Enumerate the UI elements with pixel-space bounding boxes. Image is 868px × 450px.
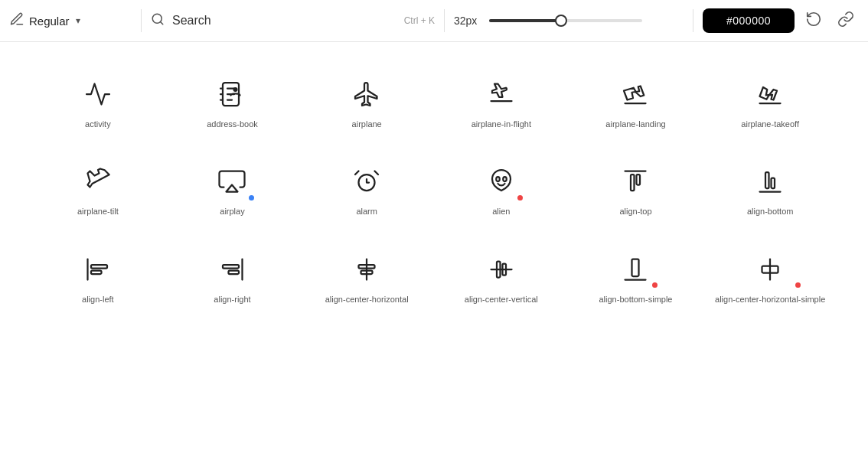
align-center-horizontal-simple-icon: [755, 254, 785, 285]
svg-rect-20: [91, 265, 107, 269]
icon-cell-alien[interactable]: alien: [434, 145, 569, 232]
align-bottom-icon: [755, 166, 785, 197]
icon-cell-airplane-tilt[interactable]: airplane-tilt: [31, 145, 165, 232]
undo-button[interactable]: [801, 8, 827, 34]
search-icon: [151, 12, 165, 29]
alien-dot: [517, 195, 523, 201]
align-center-horizontal-simple-dot: [795, 282, 801, 288]
divider: [141, 9, 142, 32]
icon-label-align-left: align-left: [82, 294, 114, 305]
svg-rect-24: [229, 270, 240, 274]
icon-cell-airplay[interactable]: airplay: [165, 145, 300, 232]
svg-line-1: [160, 21, 162, 24]
icon-cell-airplane[interactable]: airplane: [299, 57, 434, 145]
alarm-icon: [351, 166, 382, 197]
svg-rect-21: [91, 270, 102, 274]
slider-fill: [489, 19, 561, 22]
toolbar: Regular ▾ Search Ctrl + K 32px #000000: [0, 0, 868, 42]
align-left-icon: [83, 254, 113, 285]
icon-cell-airplane-landing[interactable]: airplane-landing: [569, 57, 703, 145]
divider3: [693, 9, 693, 32]
icon-cell-align-bottom[interactable]: align-bottom: [703, 145, 837, 232]
svg-point-6: [233, 87, 238, 92]
size-value: 32px: [454, 15, 481, 27]
align-right-icon: [217, 254, 247, 285]
icon-label-alarm: alarm: [356, 206, 377, 217]
icon-label-align-center-horizontal-simple: align-center-horizontal-simple: [715, 294, 825, 305]
chevron-down-icon: ▾: [76, 15, 80, 26]
airplane-landing-icon: [620, 79, 651, 109]
icon-cell-align-top[interactable]: align-top: [569, 145, 703, 232]
airplay-dot: [249, 195, 254, 201]
icon-label-activity: activity: [85, 119, 111, 129]
icon-label-align-top: align-top: [619, 206, 651, 217]
icon-label-airplane: airplane: [352, 119, 382, 129]
icon-cell-alarm[interactable]: alarm: [299, 145, 434, 232]
icon-cell-airplane-takeoff[interactable]: airplane-takeoff: [703, 57, 837, 145]
activity-icon: [83, 79, 113, 109]
airplane-tilt-icon: [83, 166, 113, 197]
svg-point-11: [496, 177, 500, 181]
divider2: [444, 9, 445, 32]
align-bottom-simple-icon: [620, 254, 651, 285]
icon-label-airplane-takeoff: airplane-takeoff: [741, 119, 799, 129]
icon-cell-activity[interactable]: activity: [31, 57, 165, 145]
size-control: 32px: [454, 15, 684, 27]
svg-rect-17: [765, 172, 769, 188]
icon-label-airplane-in-flight: airplane-in-flight: [472, 119, 531, 129]
icon-label-align-bottom-simple: align-bottom-simple: [599, 294, 673, 305]
icon-cell-align-center-horizontal-simple[interactable]: align-center-horizontal-simple: [703, 233, 837, 320]
airplane-takeoff-icon: [755, 79, 785, 109]
icon-cell-airplane-in-flight[interactable]: airplane-in-flight: [434, 57, 569, 145]
icon-label-align-right: align-right: [214, 294, 250, 305]
align-center-vertical-icon: [486, 254, 517, 285]
svg-point-12: [503, 177, 507, 181]
address-book-icon: [217, 79, 247, 109]
mode-label: Regular: [29, 15, 70, 28]
icon-cell-address-book[interactable]: address-book: [165, 57, 300, 145]
svg-line-9: [355, 171, 359, 175]
svg-rect-23: [223, 265, 239, 269]
slider-thumb[interactable]: [555, 15, 567, 27]
icon-label-align-center-vertical: align-center-vertical: [465, 294, 538, 305]
airplay-icon: [217, 166, 247, 197]
icon-label-align-center-horizontal: align-center-horizontal: [325, 294, 409, 305]
svg-rect-18: [772, 178, 775, 189]
icon-label-align-bottom: align-bottom: [747, 206, 794, 217]
edit-icon: [9, 11, 24, 31]
mode-selector[interactable]: Regular ▾: [9, 11, 132, 31]
size-slider[interactable]: [489, 19, 642, 22]
link-button[interactable]: [833, 8, 859, 34]
icon-label-airplane-tilt: airplane-tilt: [77, 206, 119, 217]
svg-marker-7: [227, 185, 238, 192]
svg-rect-14: [631, 174, 635, 191]
icon-cell-align-left[interactable]: align-left: [31, 233, 165, 320]
search-area[interactable]: Search Ctrl + K: [151, 12, 435, 29]
align-center-horizontal-icon: [351, 254, 382, 285]
search-shortcut: Ctrl + K: [404, 15, 435, 26]
icon-cell-align-right[interactable]: align-right: [165, 233, 300, 320]
svg-rect-32: [632, 259, 639, 276]
icon-grid: activity address-book airplane: [0, 42, 868, 335]
alien-icon: [486, 166, 517, 197]
icon-label-alien: alien: [492, 206, 510, 217]
icon-cell-align-center-vertical[interactable]: align-center-vertical: [434, 233, 569, 320]
align-bottom-simple-dot: [652, 282, 658, 288]
icon-label-airplane-landing: airplane-landing: [605, 119, 665, 129]
icon-label-address-book: address-book: [207, 119, 258, 129]
airplane-in-flight-icon: [486, 79, 517, 109]
icon-label-airplay: airplay: [220, 206, 244, 217]
icon-cell-align-bottom-simple[interactable]: align-bottom-simple: [569, 233, 703, 320]
svg-line-10: [375, 171, 379, 175]
icon-cell-align-center-horizontal[interactable]: align-center-horizontal: [299, 233, 434, 320]
color-button[interactable]: #000000: [703, 8, 795, 33]
search-input[interactable]: Search: [172, 14, 211, 28]
align-top-icon: [620, 166, 651, 197]
svg-rect-15: [637, 174, 641, 185]
airplane-icon: [351, 79, 382, 109]
